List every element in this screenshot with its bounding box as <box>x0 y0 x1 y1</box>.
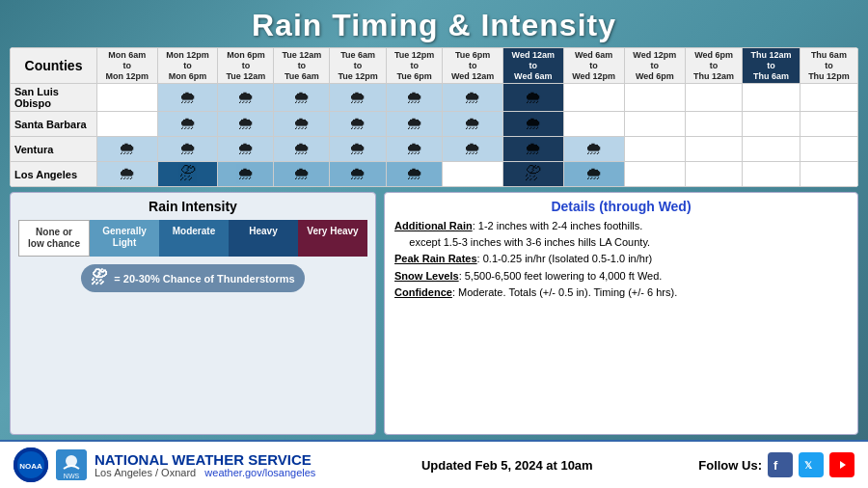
rain-cell-icon: 🌧 <box>525 139 542 158</box>
intensity-cell: 🌧 <box>274 162 330 187</box>
col-thu12am: Thu 12amtoThu 6am <box>743 48 800 84</box>
intensity-cell: 🌧 <box>330 162 387 187</box>
col-tue12am: Tue 12amtoTue 6am <box>274 48 330 84</box>
youtube-icon[interactable] <box>829 452 854 477</box>
legend-swatches: None orlow chance GenerallyLight Moderat… <box>18 220 367 257</box>
page-title: Rain Timing & Intensity <box>0 8 868 43</box>
intensity-cell <box>743 112 800 137</box>
intensity-cell: 🌧 <box>386 84 443 112</box>
rain-cell-icon: 🌧 <box>237 114 255 133</box>
col-mon6am: Mon 6amtoMon 12pm <box>97 48 158 84</box>
nws-location: Los Angeles / Oxnard weather.gov/losange… <box>95 467 315 478</box>
details-title: Details (through Wed) <box>394 199 848 214</box>
rain-cell-icon: 🌧 <box>349 164 366 183</box>
thunder-cell-icon: ⛈ <box>179 164 197 183</box>
swatch-none: None orlow chance <box>18 220 90 257</box>
detail-line2: except 1.5-3 inches with 3-6 inches hill… <box>394 236 650 248</box>
intensity-cell: 🌧 <box>502 137 563 162</box>
rain-cell-icon: 🌧 <box>406 139 423 158</box>
intensity-cell: ⛈ <box>157 162 218 187</box>
col-mon6pm: Mon 6pmtoTue 12am <box>218 48 274 84</box>
intensity-cell <box>800 84 857 112</box>
intensity-cell <box>743 84 800 112</box>
table-header-row: Counties Mon 6amtoMon 12pm Mon 12pmtoMon… <box>11 48 858 84</box>
intensity-cell <box>685 84 742 112</box>
intensity-cell <box>800 112 857 137</box>
footer-left: NOAA NWS NATIONAL WEATHER SERVICE Los An… <box>14 447 315 482</box>
intensity-cell: 🌧 <box>274 84 330 112</box>
intensity-cell: 🌧 <box>157 137 218 162</box>
thunder-icon: ⛈ <box>91 268 108 288</box>
swatch-heavy: Heavy <box>229 220 298 257</box>
intensity-cell <box>563 112 624 137</box>
rain-cell-icon: 🌧 <box>293 114 311 133</box>
rain-cell-icon: 🌧 <box>464 139 481 158</box>
intensity-cell: ⛈ <box>502 162 563 187</box>
rain-cell-icon: 🌧 <box>525 114 542 133</box>
table-row: Santa Barbara🌧🌧🌧🌧🌧🌧🌧 <box>11 112 858 137</box>
rain-cell-icon: 🌧 <box>293 139 311 158</box>
county-cell: Los Angeles <box>11 162 97 187</box>
facebook-icon[interactable]: f <box>768 452 793 477</box>
swatch-very-heavy: Very Heavy <box>298 220 367 257</box>
twitter-icon[interactable]: 𝕏 <box>799 452 824 477</box>
svg-text:NOAA: NOAA <box>19 462 42 471</box>
intensity-cell <box>624 84 685 112</box>
intensity-cell <box>743 137 800 162</box>
intensity-cell: 🌧 <box>443 112 503 137</box>
rain-cell-icon: 🌧 <box>293 164 311 183</box>
intensity-cell <box>97 112 158 137</box>
intensity-cell: 🌧 <box>386 137 443 162</box>
rain-cell-icon: 🌧 <box>237 88 255 107</box>
intensity-cell <box>685 112 742 137</box>
intensity-cell: 🌧 <box>157 112 218 137</box>
intensity-cell: 🌧 <box>330 137 387 162</box>
rain-cell-icon: 🌧 <box>464 88 481 107</box>
details-panel: Details (through Wed) Additional Rain: 1… <box>384 192 858 435</box>
intensity-cell <box>97 84 158 112</box>
rain-cell-icon: 🌧 <box>237 164 255 183</box>
intensity-cell <box>443 162 503 187</box>
rain-cell-icon: 🌧 <box>464 114 481 133</box>
rain-cell-icon: 🌧 <box>406 164 423 183</box>
col-mon12pm: Mon 12pmtoMon 6pm <box>157 48 218 84</box>
thunder-note: ⛈ = 20-30% Chance of Thunderstorms <box>81 264 304 292</box>
intensity-cell: 🌧 <box>274 137 330 162</box>
noaa-logo: NOAA <box>14 447 48 482</box>
county-column-header: Counties <box>11 48 97 84</box>
footer-updated: Updated Feb 5, 2024 at 10am <box>421 458 593 473</box>
intensity-cell <box>624 137 685 162</box>
intensity-cell: 🌧 <box>502 84 563 112</box>
svg-text:NWS: NWS <box>64 473 80 479</box>
intensity-cell: 🌧 <box>330 84 387 112</box>
svg-marker-8 <box>840 461 846 469</box>
intensity-cell: 🌧 <box>218 84 274 112</box>
intensity-cell <box>563 84 624 112</box>
intensity-cell: 🌧 <box>97 137 158 162</box>
intensity-cell <box>624 162 685 187</box>
col-wed12pm: Wed 12pmtoWed 6pm <box>624 48 685 84</box>
detail-line1: Additional Rain: 1-2 inches with 2-4 inc… <box>394 220 642 231</box>
intensity-cell <box>800 162 857 187</box>
rain-cell-icon: 🌧 <box>179 88 197 107</box>
intensity-cell: 🌧 <box>502 112 563 137</box>
follow-us-label: Follow Us: <box>698 458 762 473</box>
nws-website-link[interactable]: weather.gov/losangeles <box>204 467 315 478</box>
intensity-cell: 🌧 <box>218 112 274 137</box>
rain-cell-icon: 🌧 <box>179 139 197 158</box>
rain-cell-icon: 🌧 <box>237 139 255 158</box>
intensity-cell: 🌧 <box>443 84 503 112</box>
rain-table-section: Counties Mon 6amtoMon 12pm Mon 12pmtoMon… <box>10 47 858 187</box>
swatch-light: GenerallyLight <box>90 220 159 257</box>
rain-cell-icon: 🌧 <box>293 88 311 107</box>
rain-cell-icon: 🌧 <box>349 114 366 133</box>
rain-cell-icon: 🌧 <box>349 88 366 107</box>
intensity-cell <box>743 162 800 187</box>
intensity-cell: 🌧 <box>443 137 503 162</box>
thunder-cell-icon: ⛈ <box>525 164 542 183</box>
col-tue6am: Tue 6amtoTue 12pm <box>330 48 387 84</box>
legend-title: Rain Intensity <box>18 199 367 214</box>
county-cell: San Luis Obispo <box>11 84 97 112</box>
rain-cell-icon: 🌧 <box>585 139 603 158</box>
title-bar: Rain Timing & Intensity <box>0 0 868 47</box>
